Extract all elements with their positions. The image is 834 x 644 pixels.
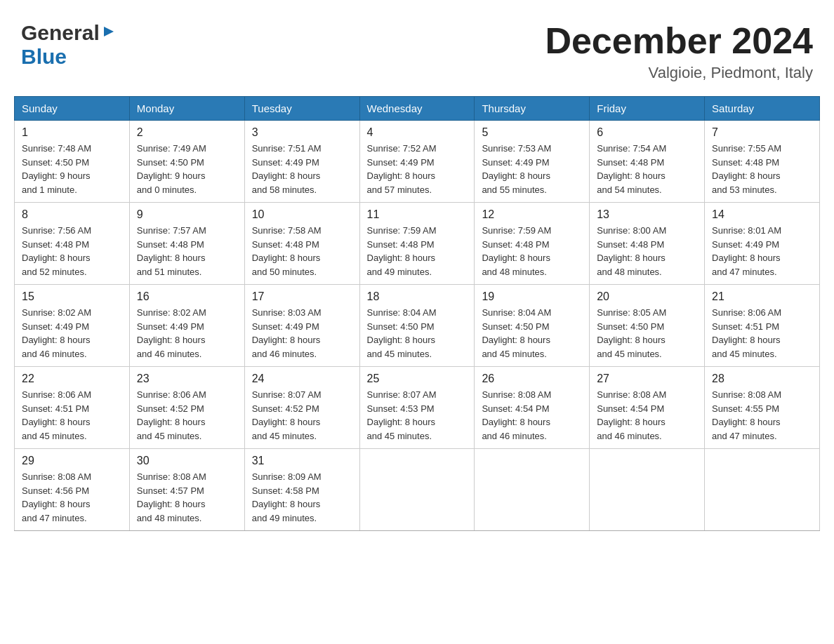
day-info: Sunrise: 7:52 AMSunset: 4:49 PMDaylight:… xyxy=(367,142,468,196)
col-header-saturday: Saturday xyxy=(705,97,820,121)
day-number: 21 xyxy=(712,290,812,303)
calendar-cell xyxy=(590,449,705,531)
calendar-cell: 30Sunrise: 8:08 AMSunset: 4:57 PMDayligh… xyxy=(129,449,244,531)
day-number: 3 xyxy=(252,126,352,139)
calendar-cell: 15Sunrise: 8:02 AMSunset: 4:49 PMDayligh… xyxy=(15,285,130,367)
month-title: December 2024 xyxy=(545,21,813,61)
calendar-cell: 14Sunrise: 8:01 AMSunset: 4:49 PMDayligh… xyxy=(705,203,820,285)
day-number: 7 xyxy=(712,126,812,139)
day-number: 24 xyxy=(252,373,352,385)
calendar-cell: 12Sunrise: 7:59 AMSunset: 4:48 PMDayligh… xyxy=(475,203,590,285)
day-info: Sunrise: 7:51 AMSunset: 4:49 PMDaylight:… xyxy=(252,142,352,196)
day-info: Sunrise: 8:04 AMSunset: 4:50 PMDaylight:… xyxy=(367,306,468,361)
calendar-cell xyxy=(359,449,475,531)
calendar-cell: 18Sunrise: 8:04 AMSunset: 4:50 PMDayligh… xyxy=(359,285,475,367)
day-number: 16 xyxy=(137,290,237,303)
calendar-cell: 20Sunrise: 8:05 AMSunset: 4:50 PMDayligh… xyxy=(590,285,705,367)
calendar-cell xyxy=(475,449,590,531)
day-info: Sunrise: 8:02 AMSunset: 4:49 PMDaylight:… xyxy=(137,306,237,361)
calendar-cell: 13Sunrise: 8:00 AMSunset: 4:48 PMDayligh… xyxy=(590,203,705,285)
day-number: 1 xyxy=(22,126,122,139)
day-number: 8 xyxy=(22,208,122,221)
week-row-3: 15Sunrise: 8:02 AMSunset: 4:49 PMDayligh… xyxy=(15,285,820,367)
day-info: Sunrise: 8:08 AMSunset: 4:56 PMDaylight:… xyxy=(22,470,122,525)
day-info: Sunrise: 8:06 AMSunset: 4:51 PMDaylight:… xyxy=(22,388,122,443)
col-header-friday: Friday xyxy=(590,97,705,121)
calendar-cell: 22Sunrise: 8:06 AMSunset: 4:51 PMDayligh… xyxy=(15,367,130,449)
calendar-cell: 17Sunrise: 8:03 AMSunset: 4:49 PMDayligh… xyxy=(244,285,359,367)
week-row-5: 29Sunrise: 8:08 AMSunset: 4:56 PMDayligh… xyxy=(15,449,820,531)
day-info: Sunrise: 7:59 AMSunset: 4:48 PMDaylight:… xyxy=(482,224,582,279)
calendar-cell: 10Sunrise: 7:58 AMSunset: 4:48 PMDayligh… xyxy=(244,203,359,285)
day-info: Sunrise: 8:04 AMSunset: 4:50 PMDaylight:… xyxy=(482,306,582,361)
day-info: Sunrise: 7:48 AMSunset: 4:50 PMDaylight:… xyxy=(22,142,122,196)
calendar-cell: 23Sunrise: 8:06 AMSunset: 4:52 PMDayligh… xyxy=(129,367,244,449)
calendar-table: SundayMondayTuesdayWednesdayThursdayFrid… xyxy=(14,96,820,531)
calendar-cell: 21Sunrise: 8:06 AMSunset: 4:51 PMDayligh… xyxy=(705,285,820,367)
logo-triangle-icon xyxy=(101,24,117,42)
week-row-2: 8Sunrise: 7:56 AMSunset: 4:48 PMDaylight… xyxy=(15,203,820,285)
day-number: 28 xyxy=(712,373,812,385)
day-info: Sunrise: 8:08 AMSunset: 4:57 PMDaylight:… xyxy=(137,470,237,525)
day-info: Sunrise: 8:08 AMSunset: 4:55 PMDaylight:… xyxy=(712,388,812,443)
day-number: 26 xyxy=(482,373,582,385)
calendar-cell: 1Sunrise: 7:48 AMSunset: 4:50 PMDaylight… xyxy=(15,121,130,203)
header-row: SundayMondayTuesdayWednesdayThursdayFrid… xyxy=(15,97,820,121)
day-number: 31 xyxy=(252,455,352,467)
calendar-cell: 26Sunrise: 8:08 AMSunset: 4:54 PMDayligh… xyxy=(475,367,590,449)
day-number: 25 xyxy=(367,373,468,385)
day-info: Sunrise: 8:06 AMSunset: 4:52 PMDaylight:… xyxy=(137,388,237,443)
week-row-4: 22Sunrise: 8:06 AMSunset: 4:51 PMDayligh… xyxy=(15,367,820,449)
week-row-1: 1Sunrise: 7:48 AMSunset: 4:50 PMDaylight… xyxy=(15,121,820,203)
day-info: Sunrise: 7:56 AMSunset: 4:48 PMDaylight:… xyxy=(22,224,122,279)
page-header: General Blue December 2024 Valgioie, Pie… xyxy=(14,14,820,82)
day-number: 10 xyxy=(252,208,352,221)
day-number: 29 xyxy=(22,455,122,467)
day-info: Sunrise: 7:49 AMSunset: 4:50 PMDaylight:… xyxy=(137,142,237,196)
svg-marker-0 xyxy=(104,27,114,36)
day-number: 18 xyxy=(367,290,468,303)
day-number: 14 xyxy=(712,208,812,221)
col-header-monday: Monday xyxy=(129,97,244,121)
calendar-cell: 6Sunrise: 7:54 AMSunset: 4:48 PMDaylight… xyxy=(590,121,705,203)
calendar-cell: 27Sunrise: 8:08 AMSunset: 4:54 PMDayligh… xyxy=(590,367,705,449)
day-number: 15 xyxy=(22,290,122,303)
calendar-cell: 9Sunrise: 7:57 AMSunset: 4:48 PMDaylight… xyxy=(129,203,244,285)
calendar-cell: 4Sunrise: 7:52 AMSunset: 4:49 PMDaylight… xyxy=(359,121,475,203)
col-header-thursday: Thursday xyxy=(475,97,590,121)
calendar-cell: 19Sunrise: 8:04 AMSunset: 4:50 PMDayligh… xyxy=(475,285,590,367)
day-info: Sunrise: 7:53 AMSunset: 4:49 PMDaylight:… xyxy=(482,142,582,196)
day-number: 13 xyxy=(597,208,697,221)
day-info: Sunrise: 8:08 AMSunset: 4:54 PMDaylight:… xyxy=(597,388,697,443)
day-info: Sunrise: 8:07 AMSunset: 4:53 PMDaylight:… xyxy=(367,388,468,443)
day-info: Sunrise: 8:05 AMSunset: 4:50 PMDaylight:… xyxy=(597,306,697,361)
logo: General Blue xyxy=(21,21,117,69)
calendar-cell: 24Sunrise: 8:07 AMSunset: 4:52 PMDayligh… xyxy=(244,367,359,449)
day-info: Sunrise: 7:55 AMSunset: 4:48 PMDaylight:… xyxy=(712,142,812,196)
calendar-cell: 3Sunrise: 7:51 AMSunset: 4:49 PMDaylight… xyxy=(244,121,359,203)
day-number: 20 xyxy=(597,290,697,303)
calendar-cell xyxy=(705,449,820,531)
day-number: 22 xyxy=(22,373,122,385)
col-header-sunday: Sunday xyxy=(15,97,130,121)
day-info: Sunrise: 8:00 AMSunset: 4:48 PMDaylight:… xyxy=(597,224,697,279)
day-number: 2 xyxy=(137,126,237,139)
day-number: 5 xyxy=(482,126,582,139)
day-info: Sunrise: 8:01 AMSunset: 4:49 PMDaylight:… xyxy=(712,224,812,279)
calendar-cell: 25Sunrise: 8:07 AMSunset: 4:53 PMDayligh… xyxy=(359,367,475,449)
day-info: Sunrise: 8:02 AMSunset: 4:49 PMDaylight:… xyxy=(22,306,122,361)
col-header-wednesday: Wednesday xyxy=(359,97,475,121)
day-info: Sunrise: 8:03 AMSunset: 4:49 PMDaylight:… xyxy=(252,306,352,361)
day-number: 6 xyxy=(597,126,697,139)
day-number: 27 xyxy=(597,373,697,385)
day-number: 11 xyxy=(367,208,468,221)
day-info: Sunrise: 8:06 AMSunset: 4:51 PMDaylight:… xyxy=(712,306,812,361)
day-info: Sunrise: 7:58 AMSunset: 4:48 PMDaylight:… xyxy=(252,224,352,279)
calendar-cell: 28Sunrise: 8:08 AMSunset: 4:55 PMDayligh… xyxy=(705,367,820,449)
calendar-cell: 7Sunrise: 7:55 AMSunset: 4:48 PMDaylight… xyxy=(705,121,820,203)
day-number: 19 xyxy=(482,290,582,303)
calendar-cell: 11Sunrise: 7:59 AMSunset: 4:48 PMDayligh… xyxy=(359,203,475,285)
day-info: Sunrise: 8:07 AMSunset: 4:52 PMDaylight:… xyxy=(252,388,352,443)
calendar-cell: 31Sunrise: 8:09 AMSunset: 4:58 PMDayligh… xyxy=(244,449,359,531)
day-number: 9 xyxy=(137,208,237,221)
